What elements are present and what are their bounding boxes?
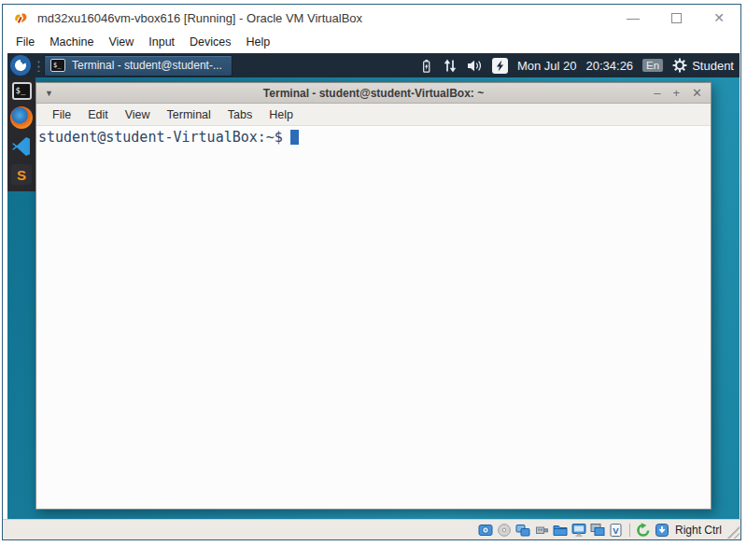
terminal-titlebar[interactable]: ▼ Terminal - student@student-VirtualBox:…	[36, 83, 711, 104]
recording-icon[interactable]	[590, 523, 605, 538]
dock-item-terminal[interactable]: $_	[12, 82, 32, 100]
battery-icon[interactable]	[419, 58, 433, 74]
dock-item-firefox[interactable]	[10, 106, 33, 129]
terminal-menu-help[interactable]: Help	[261, 106, 302, 123]
keyboard-capture-icon[interactable]	[655, 523, 669, 538]
terminal-maximize-button[interactable]: +	[673, 86, 681, 100]
terminal-close-button[interactable]: ✕	[692, 86, 702, 100]
dock-item-sublime[interactable]: S	[11, 164, 32, 185]
menu-file[interactable]: File	[8, 34, 42, 50]
terminal-title: Terminal - student@student-VirtualBox: ~	[36, 87, 711, 100]
terminal-window: ▼ Terminal - student@student-VirtualBox:…	[35, 82, 712, 510]
maximize-button[interactable]	[655, 5, 698, 31]
optical-drive-icon[interactable]	[497, 523, 512, 538]
window-title: md32xu16046vm-vbox616 [Running] - Oracle…	[37, 11, 362, 25]
user-menu-label: Student	[692, 59, 734, 73]
statusbar-separator	[629, 524, 630, 537]
screenshot-root: md32xu16046vm-vbox616 [Running] - Oracle…	[0, 0, 747, 560]
power-manager-icon[interactable]	[492, 58, 508, 74]
host-titlebar[interactable]: md32xu16046vm-vbox616 [Running] - Oracle…	[3, 5, 740, 31]
terminal-window-controls: – + ✕	[654, 86, 702, 100]
minimize-button[interactable]: —	[612, 5, 655, 31]
taskbar-item-label: Terminal - student@student-...	[72, 59, 222, 72]
terminal-menu-view[interactable]: View	[117, 106, 159, 123]
tray-clock[interactable]: 20:34:26	[585, 59, 633, 73]
resize-grip[interactable]	[726, 525, 740, 539]
system-tray: Mon Jul 20 20:34:26 En	[419, 58, 734, 74]
terminal-mini-icon: $_	[50, 59, 65, 72]
taskbar-item-terminal[interactable]: $_ Terminal - student@student-...	[44, 55, 233, 77]
user-menu[interactable]: Student	[672, 58, 734, 73]
dock: $_ S	[7, 77, 35, 191]
display-icon[interactable]	[571, 523, 586, 538]
features-icon[interactable]: V	[609, 523, 624, 538]
virtualbox-window: md32xu16046vm-vbox616 [Running] - Oracle…	[2, 4, 741, 540]
terminal-menu-tabs[interactable]: Tabs	[219, 106, 261, 123]
close-button[interactable]: ✕	[698, 5, 740, 31]
keyboard-layout-indicator[interactable]: En	[642, 59, 663, 72]
menu-help[interactable]: Help	[239, 34, 278, 50]
virtualbox-logo-icon	[12, 9, 29, 26]
hard-disk-icon[interactable]	[478, 523, 493, 538]
terminal-menu-file[interactable]: File	[44, 106, 79, 123]
terminal-menu-terminal[interactable]: Terminal	[159, 106, 219, 123]
gear-icon	[672, 58, 687, 73]
network-arrows-icon[interactable]	[443, 59, 458, 73]
tray-date[interactable]: Mon Jul 20	[517, 59, 577, 73]
menu-input[interactable]: Input	[141, 34, 182, 50]
dock-item-vscode[interactable]	[10, 135, 33, 158]
network-icon[interactable]	[515, 523, 530, 538]
menu-machine[interactable]: Machine	[42, 34, 101, 50]
terminal-menubar: File Edit View Terminal Tabs Help	[36, 104, 711, 126]
mouse-integration-icon[interactable]	[636, 523, 651, 538]
shared-folders-icon[interactable]	[553, 523, 568, 538]
terminal-content[interactable]: student@student-VirtualBox:~$	[36, 126, 711, 509]
host-window-controls: — ✕	[612, 5, 740, 31]
guest-top-panel: $_ Terminal - student@student-...	[7, 53, 740, 77]
menu-devices[interactable]: Devices	[182, 34, 238, 50]
svg-text:V: V	[613, 525, 619, 535]
guest-screen[interactable]: $_ Terminal - student@student-...	[7, 53, 740, 520]
applications-menu-button[interactable]	[10, 55, 31, 76]
terminal-menu-edit[interactable]: Edit	[79, 106, 117, 123]
whisker-menu-icon	[14, 59, 27, 72]
host-key-label[interactable]: Right Ctrl	[675, 524, 722, 537]
panel-grip[interactable]	[35, 59, 40, 72]
terminal-cursor	[290, 130, 299, 145]
shell-prompt: student@student-VirtualBox:~$	[38, 129, 283, 146]
menu-view[interactable]: View	[101, 34, 141, 50]
usb-icon[interactable]	[534, 523, 549, 538]
vbox-statusbar: V Right Ctrl	[3, 519, 740, 539]
terminal-minimize-button[interactable]: –	[654, 86, 660, 100]
volume-icon[interactable]	[467, 59, 483, 73]
host-menubar: File Machine View Input Devices Help	[3, 31, 740, 53]
maximize-icon	[671, 13, 682, 23]
